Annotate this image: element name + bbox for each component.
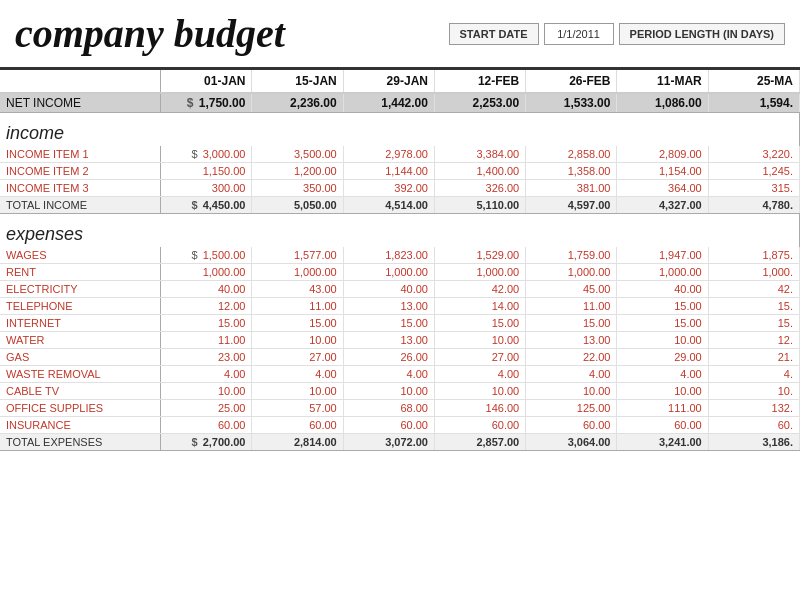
table-row: WASTE REMOVAL4.004.004.004.004.004.004.: [0, 366, 800, 383]
money-cell: 10.00: [617, 332, 708, 349]
table-row: TOTAL EXPENSES$ 2,700.002,814.003,072.00…: [0, 434, 800, 451]
money-cell: 68.00: [343, 400, 434, 417]
money-cell: 4,780.: [708, 197, 799, 214]
money-cell: 1,358.00: [526, 163, 617, 180]
money-cell: 1,200.00: [252, 163, 343, 180]
period-length-label: PERIOD LENGTH (IN DAYS): [619, 23, 785, 45]
table-row: GAS23.0027.0026.0027.0022.0029.0021.: [0, 349, 800, 366]
money-cell: 11.00: [161, 332, 252, 349]
money-cell: 4.00: [161, 366, 252, 383]
money-cell: 381.00: [526, 180, 617, 197]
money-cell: 1,594.: [708, 93, 799, 113]
money-cell: 1,442.00: [343, 93, 434, 113]
money-cell: 4,514.00: [343, 197, 434, 214]
header: company budget START DATE 1/1/2011 PERIO…: [0, 0, 800, 70]
row-label: WASTE REMOVAL: [0, 366, 161, 383]
table-header: 01-JAN 15-JAN 29-JAN 12-FEB 26-FEB 11-MA…: [0, 70, 800, 93]
money-cell: 1,154.00: [617, 163, 708, 180]
table-row: TOTAL INCOME$ 4,450.005,050.004,514.005,…: [0, 197, 800, 214]
money-cell: 60.00: [252, 417, 343, 434]
money-cell: 26.00: [343, 349, 434, 366]
money-cell: 10.00: [161, 383, 252, 400]
money-cell: 13.00: [343, 298, 434, 315]
money-cell: 10.00: [252, 383, 343, 400]
money-cell: 15.00: [617, 298, 708, 315]
row-label: INCOME ITEM 1: [0, 146, 161, 163]
table-row: INCOME ITEM 21,150.001,200.001,144.001,4…: [0, 163, 800, 180]
money-cell: 2,236.00: [252, 93, 343, 113]
money-cell: 60.00: [617, 417, 708, 434]
money-cell: 2,814.00: [252, 434, 343, 451]
money-cell: 1,947.00: [617, 247, 708, 264]
money-cell: 1,000.00: [617, 264, 708, 281]
table-row: RENT1,000.001,000.001,000.001,000.001,00…: [0, 264, 800, 281]
money-cell: 15.: [708, 315, 799, 332]
row-label: INCOME ITEM 3: [0, 180, 161, 197]
row-label: WAGES: [0, 247, 161, 264]
app-title: company budget: [15, 10, 449, 57]
table-row: WAGES$ 1,500.001,577.001,823.001,529.001…: [0, 247, 800, 264]
money-cell: 40.00: [343, 281, 434, 298]
money-cell: 3,064.00: [526, 434, 617, 451]
col-header-label: [0, 70, 161, 93]
money-cell: 21.: [708, 349, 799, 366]
money-cell: 1,000.00: [161, 264, 252, 281]
table-row: NET INCOME$ 1,750.002,236.001,442.002,25…: [0, 93, 800, 113]
money-cell: 4,597.00: [526, 197, 617, 214]
money-cell: 15.00: [252, 315, 343, 332]
money-cell: 4.00: [343, 366, 434, 383]
money-cell: 27.00: [252, 349, 343, 366]
table-row: OFFICE SUPPLIES25.0057.0068.00146.00125.…: [0, 400, 800, 417]
row-label: GAS: [0, 349, 161, 366]
table-body: NET INCOME$ 1,750.002,236.001,442.002,25…: [0, 93, 800, 451]
money-cell: 40.00: [161, 281, 252, 298]
money-cell: 3,500.00: [252, 146, 343, 163]
dollar-sign: $: [191, 148, 197, 160]
row-label: INTERNET: [0, 315, 161, 332]
section-header-label: expenses: [0, 218, 800, 247]
money-cell: 1,000.: [708, 264, 799, 281]
money-cell: 60.: [708, 417, 799, 434]
start-date-value[interactable]: 1/1/2011: [544, 23, 614, 45]
col-header-26feb: 26-FEB: [526, 70, 617, 93]
money-cell: 25.00: [161, 400, 252, 417]
row-label: INCOME ITEM 2: [0, 163, 161, 180]
money-cell: 15.00: [617, 315, 708, 332]
table-row: INSURANCE60.0060.0060.0060.0060.0060.006…: [0, 417, 800, 434]
col-header-11mar: 11-MAR: [617, 70, 708, 93]
money-cell: 350.00: [252, 180, 343, 197]
money-cell: 125.00: [526, 400, 617, 417]
money-cell: 5,050.00: [252, 197, 343, 214]
money-cell: 3,072.00: [343, 434, 434, 451]
money-cell: 14.00: [434, 298, 525, 315]
money-cell: 15.00: [526, 315, 617, 332]
money-cell: $ 1,500.00: [161, 247, 252, 264]
money-cell: 60.00: [526, 417, 617, 434]
money-cell: 2,809.00: [617, 146, 708, 163]
money-cell: 300.00: [161, 180, 252, 197]
budget-table-wrapper: 01-JAN 15-JAN 29-JAN 12-FEB 26-FEB 11-MA…: [0, 70, 800, 600]
col-header-01jan: 01-JAN: [161, 70, 252, 93]
money-cell: 3,220.: [708, 146, 799, 163]
money-cell: 1,000.00: [343, 264, 434, 281]
money-cell: 23.00: [161, 349, 252, 366]
col-header-29jan: 29-JAN: [343, 70, 434, 93]
money-cell: 3,186.: [708, 434, 799, 451]
money-cell: 146.00: [434, 400, 525, 417]
money-cell: 3,384.00: [434, 146, 525, 163]
col-header-15jan: 15-JAN: [252, 70, 343, 93]
money-cell: 5,110.00: [434, 197, 525, 214]
money-cell: 3,241.00: [617, 434, 708, 451]
money-cell: 111.00: [617, 400, 708, 417]
col-header-12feb: 12-FEB: [434, 70, 525, 93]
money-cell: 1,400.00: [434, 163, 525, 180]
money-cell: 10.00: [617, 383, 708, 400]
row-label: CABLE TV: [0, 383, 161, 400]
row-label: INSURANCE: [0, 417, 161, 434]
money-cell: 1,144.00: [343, 163, 434, 180]
start-date-label: START DATE: [449, 23, 539, 45]
money-cell: 22.00: [526, 349, 617, 366]
row-label: RENT: [0, 264, 161, 281]
money-cell: 2,978.00: [343, 146, 434, 163]
money-cell: 4,327.00: [617, 197, 708, 214]
